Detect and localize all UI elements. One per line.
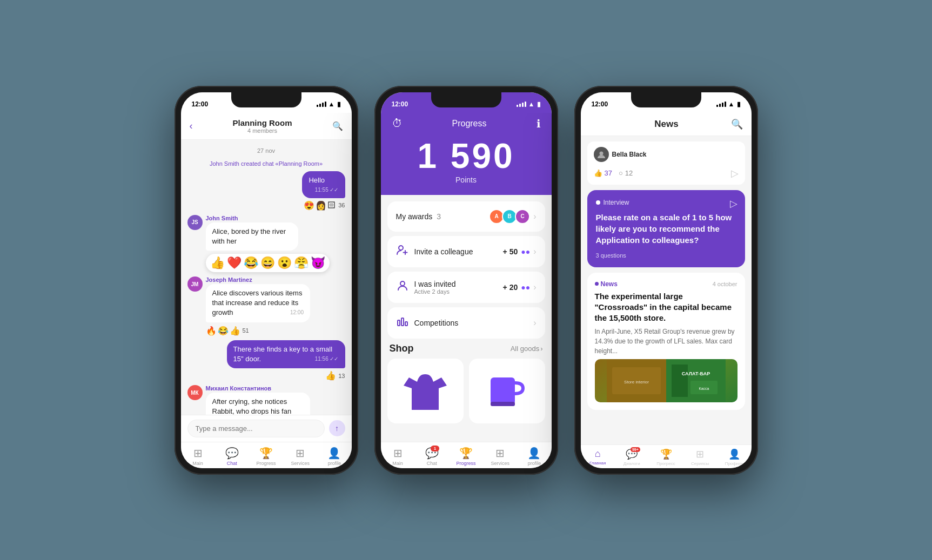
award-avatar-3: C xyxy=(515,209,530,224)
action-text-comp: Competitions xyxy=(414,319,459,327)
msg-bubble-joseph: Alice discovers various items that incre… xyxy=(206,284,311,322)
system-message: John Smith created chat «Planning Room» xyxy=(187,160,345,167)
share-action[interactable]: ▷ xyxy=(731,167,739,179)
news-article[interactable]: News 4 october The experimental large "C… xyxy=(587,273,745,410)
comment-action[interactable]: ○ 12 xyxy=(619,169,633,177)
profile-icon: 👤 xyxy=(327,447,341,460)
survey-tag-text: Interview xyxy=(604,199,629,206)
survey-dot xyxy=(596,200,600,205)
nav-progress-p[interactable]: 🏆 Progress xyxy=(449,447,483,466)
status-time-progress: 12:00 xyxy=(392,100,408,108)
comp-chevron: › xyxy=(533,318,536,328)
ru-bottom-nav: ⌂ Главная 99+ 💬 Диалоги 🏆 Прогресс ⊞ Сер… xyxy=(581,444,752,468)
emoji-thumbs[interactable]: 👍 xyxy=(210,256,225,270)
nav-services[interactable]: ⊞ Services xyxy=(283,447,317,466)
ru-nav-home[interactable]: ⌂ Главная xyxy=(581,448,615,466)
clock-icon: ⏱ xyxy=(392,117,403,130)
ru-nav-dialogi[interactable]: 99+ 💬 Диалоги xyxy=(615,448,649,466)
nav-progress[interactable]: 🏆 Progress xyxy=(249,447,283,466)
ru-profile-icon: 👤 xyxy=(728,448,740,460)
emoji-haha[interactable]: 😄 xyxy=(260,256,275,270)
nav-main[interactable]: ⊞ Main xyxy=(181,447,215,466)
nav-profile-label: profile xyxy=(328,461,341,466)
action-left-invite: Invite a colleague xyxy=(396,244,473,260)
shop-item-shirt[interactable] xyxy=(387,359,464,423)
nav-progress-label-p: Progress xyxy=(457,461,476,466)
status-time: 12:00 xyxy=(192,100,209,108)
emoji-evil[interactable]: 😈 xyxy=(311,256,325,270)
emoji-reaction-row[interactable]: 👍 ❤️ 😂 😄 😮 😤 😈 xyxy=(206,254,330,272)
signal-bars-news xyxy=(716,102,726,107)
avatar-joseph: JM xyxy=(187,276,203,292)
p-bar1 xyxy=(517,105,518,107)
emoji-laugh[interactable]: 😂 xyxy=(244,256,258,270)
nav-profile-p[interactable]: 👤 profile xyxy=(517,447,551,466)
msg-content-john: John Smith Alice, bored by the river wit… xyxy=(206,215,330,272)
nav-main-p[interactable]: ⊞ Main xyxy=(381,447,415,466)
invite-colleague-row[interactable]: Invite a colleague + 50 ●● › xyxy=(387,236,545,267)
news-content: Bella Black 👍 37 ○ 12 ▷ xyxy=(581,136,752,444)
emoji-wow[interactable]: 😮 xyxy=(277,256,292,270)
coin-icon-invited: ●● xyxy=(521,283,530,292)
invited-chevron: › xyxy=(533,282,536,292)
info-icon[interactable]: ℹ xyxy=(537,117,541,130)
nav-chat-p[interactable]: 1 💬 Chat xyxy=(415,447,449,466)
news-search-icon[interactable]: 🔍 xyxy=(731,118,743,130)
send-button[interactable]: ↑ xyxy=(329,420,345,436)
news-dot xyxy=(595,282,599,286)
chat-header: ‹ Planning Room 4 members 🔍 xyxy=(181,113,352,140)
status-time-news: 12:00 xyxy=(592,100,608,108)
msg-sender-joseph: Joseph Martinez xyxy=(206,276,345,283)
survey-send-icon[interactable]: ▷ xyxy=(730,198,737,210)
notch-progress xyxy=(431,92,501,107)
trophy-icon-p: 🏆 xyxy=(459,447,473,460)
like-action[interactable]: 👍 37 xyxy=(594,169,612,177)
invited-icon xyxy=(396,279,409,295)
competitions-row[interactable]: Competitions › xyxy=(387,307,545,339)
ru-nav-progress[interactable]: 🏆 Прогресс xyxy=(649,448,683,466)
shop-item-mug[interactable] xyxy=(469,359,545,423)
svg-rect-7 xyxy=(491,377,515,404)
back-button[interactable]: ‹ xyxy=(190,120,193,132)
ru-nav-profile[interactable]: 👤 Профиль xyxy=(717,448,751,466)
ru-nav-series[interactable]: ⊞ Серипсы xyxy=(683,448,717,466)
all-goods[interactable]: All goods › xyxy=(511,345,543,353)
comp-title: Competitions xyxy=(414,319,459,327)
chat-badge: 1 xyxy=(431,446,439,451)
action-left-comp: Competitions xyxy=(396,315,459,331)
shop-title: Shop xyxy=(390,343,414,354)
phone-progress: 12:00 ▲ ▮ ⏱ Progress ℹ 1 590 Points xyxy=(374,86,558,475)
svg-rect-6 xyxy=(405,322,407,326)
nav-profile[interactable]: 👤 profile xyxy=(317,447,351,466)
emoji-heart[interactable]: ❤️ xyxy=(227,256,242,270)
emoji-angry[interactable]: 😤 xyxy=(294,256,309,270)
invited-sub: Active 2 days xyxy=(414,288,456,295)
tshirt-icon xyxy=(404,367,447,415)
invited-title: I was invited xyxy=(414,280,456,288)
nav-services-p[interactable]: ⊞ Services xyxy=(483,447,517,466)
message-input[interactable] xyxy=(187,420,325,437)
msg-time-joseph: 12:00 xyxy=(290,309,304,316)
survey-card[interactable]: Interview ▷ Please rate on a scale of 1 … xyxy=(587,190,745,267)
awards-card[interactable]: My awards 3 A B C › xyxy=(387,201,545,232)
awards-label: My awards xyxy=(396,212,433,221)
system-msg-user: John Smith xyxy=(210,160,239,167)
invited-row[interactable]: I was invited Active 2 days + 20 ●● › xyxy=(387,272,545,303)
p-bar4 xyxy=(525,102,526,107)
nav-chat[interactable]: 💬 Chat xyxy=(215,447,249,466)
msg-in-john: JS John Smith Alice, bored by the river … xyxy=(187,215,345,272)
msg-reactions: 😍👩🏻 36 xyxy=(304,200,345,211)
shop-section: Shop All goods › xyxy=(387,343,545,423)
search-icon[interactable]: 🔍 xyxy=(332,121,343,131)
bar2 xyxy=(319,104,321,107)
news-article-title: The experimental large "Crossroads" in t… xyxy=(595,291,737,324)
news-tag: News xyxy=(595,280,618,288)
prev-post-author: Bella Black xyxy=(594,147,739,162)
news-title: News xyxy=(602,119,731,130)
msg-out-hello: Hello 11:55 ✓✓ 😍👩🏻 36 xyxy=(288,171,345,211)
post-actions: 👍 37 ○ 12 ▷ xyxy=(594,165,739,179)
invite-points: + 50 xyxy=(503,247,518,256)
date-divider: 27 nov xyxy=(187,147,345,154)
progress-header: ⏱ Progress ℹ 1 590 Points xyxy=(381,113,552,195)
n-bar1 xyxy=(716,105,718,107)
